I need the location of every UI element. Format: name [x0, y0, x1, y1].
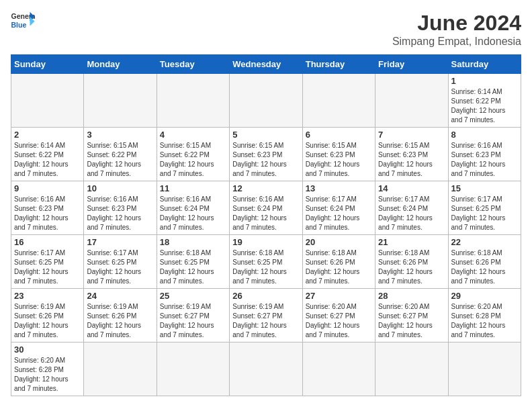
location-title: Simpang Empat, Indonesia: [392, 36, 521, 48]
day-21: 21 Sunrise: 6:18 AMSunset: 6:26 PMDaylig…: [375, 235, 448, 289]
weekday-header-row: Sunday Monday Tuesday Wednesday Thursday…: [11, 55, 521, 74]
month-title: June 2024: [392, 11, 521, 36]
day-1: 1 Sunrise: 6:14 AM Sunset: 6:22 PM Dayli…: [448, 74, 521, 128]
week-row-2: 2 Sunrise: 6:14 AMSunset: 6:22 PMDayligh…: [11, 128, 521, 181]
day-3: 3 Sunrise: 6:15 AMSunset: 6:22 PMDayligh…: [84, 128, 157, 181]
empty-cell: [11, 74, 84, 128]
empty-cell: [302, 342, 375, 396]
header-tuesday: Tuesday: [157, 55, 229, 74]
empty-cell: [375, 74, 448, 128]
calendar-header: General Blue June 2024 Simpang Empat, In…: [11, 11, 521, 48]
day-19: 19 Sunrise: 6:18 AMSunset: 6:25 PMDaylig…: [230, 235, 302, 289]
day-4: 4 Sunrise: 6:15 AMSunset: 6:22 PMDayligh…: [157, 128, 229, 181]
day-6: 6 Sunrise: 6:15 AMSunset: 6:23 PMDayligh…: [302, 128, 375, 181]
title-area: June 2024 Simpang Empat, Indonesia: [392, 11, 521, 48]
empty-cell: [157, 74, 229, 128]
day-27: 27 Sunrise: 6:20 AMSunset: 6:27 PMDaylig…: [302, 289, 375, 342]
svg-text:Blue: Blue: [11, 21, 27, 29]
header-wednesday: Wednesday: [230, 55, 302, 74]
day-9: 9 Sunrise: 6:16 AMSunset: 6:23 PMDayligh…: [11, 181, 84, 235]
day-10: 10 Sunrise: 6:16 AMSunset: 6:23 PMDaylig…: [84, 181, 157, 235]
day-2: 2 Sunrise: 6:14 AMSunset: 6:22 PMDayligh…: [11, 128, 84, 181]
day-13: 13 Sunrise: 6:17 AMSunset: 6:24 PMDaylig…: [302, 181, 375, 235]
calendar-table: Sunday Monday Tuesday Wednesday Thursday…: [11, 54, 521, 396]
day-8: 8 Sunrise: 6:16 AMSunset: 6:23 PMDayligh…: [448, 128, 521, 181]
day-16: 16 Sunrise: 6:17 AMSunset: 6:25 PMDaylig…: [11, 235, 84, 289]
header-thursday: Thursday: [302, 55, 375, 74]
header-friday: Friday: [375, 55, 448, 74]
day-24: 24 Sunrise: 6:19 AMSunset: 6:26 PMDaylig…: [84, 289, 157, 342]
day-18: 18 Sunrise: 6:18 AMSunset: 6:25 PMDaylig…: [157, 235, 229, 289]
day-5: 5 Sunrise: 6:15 AMSunset: 6:23 PMDayligh…: [230, 128, 302, 181]
day-20: 20 Sunrise: 6:18 AMSunset: 6:26 PMDaylig…: [302, 235, 375, 289]
empty-cell: [157, 342, 229, 396]
day-28: 28 Sunrise: 6:20 AMSunset: 6:27 PMDaylig…: [375, 289, 448, 342]
empty-cell: [230, 74, 302, 128]
empty-cell: [302, 74, 375, 128]
empty-cell: [230, 342, 302, 396]
day-22: 22 Sunrise: 6:18 AMSunset: 6:26 PMDaylig…: [448, 235, 521, 289]
week-row-5: 23 Sunrise: 6:19 AMSunset: 6:26 PMDaylig…: [11, 289, 521, 342]
header-sunday: Sunday: [11, 55, 84, 74]
day-29: 29 Sunrise: 6:20 AMSunset: 6:28 PMDaylig…: [448, 289, 521, 342]
empty-cell: [448, 342, 521, 396]
empty-cell: [84, 342, 157, 396]
week-row-6: 30 Sunrise: 6:20 AMSunset: 6:28 PMDaylig…: [11, 342, 521, 396]
week-row-4: 16 Sunrise: 6:17 AMSunset: 6:25 PMDaylig…: [11, 235, 521, 289]
empty-cell: [84, 74, 157, 128]
day-11: 11 Sunrise: 6:16 AMSunset: 6:24 PMDaylig…: [157, 181, 229, 235]
header-monday: Monday: [84, 55, 157, 74]
logo-icon: General Blue: [11, 11, 35, 30]
day-12: 12 Sunrise: 6:16 AMSunset: 6:24 PMDaylig…: [230, 181, 302, 235]
empty-cell: [375, 342, 448, 396]
header-saturday: Saturday: [448, 55, 521, 74]
day-30: 30 Sunrise: 6:20 AMSunset: 6:28 PMDaylig…: [11, 342, 84, 396]
day-17: 17 Sunrise: 6:17 AMSunset: 6:25 PMDaylig…: [84, 235, 157, 289]
day-14: 14 Sunrise: 6:17 AMSunset: 6:24 PMDaylig…: [375, 181, 448, 235]
week-row-3: 9 Sunrise: 6:16 AMSunset: 6:23 PMDayligh…: [11, 181, 521, 235]
day-7: 7 Sunrise: 6:15 AMSunset: 6:23 PMDayligh…: [375, 128, 448, 181]
day-25: 25 Sunrise: 6:19 AMSunset: 6:27 PMDaylig…: [157, 289, 229, 342]
day-15: 15 Sunrise: 6:17 AMSunset: 6:25 PMDaylig…: [448, 181, 521, 235]
day-26: 26 Sunrise: 6:19 AMSunset: 6:27 PMDaylig…: [230, 289, 302, 342]
logo: General Blue: [11, 11, 35, 30]
day-23: 23 Sunrise: 6:19 AMSunset: 6:26 PMDaylig…: [11, 289, 84, 342]
week-row-1: 1 Sunrise: 6:14 AM Sunset: 6:22 PM Dayli…: [11, 74, 521, 128]
